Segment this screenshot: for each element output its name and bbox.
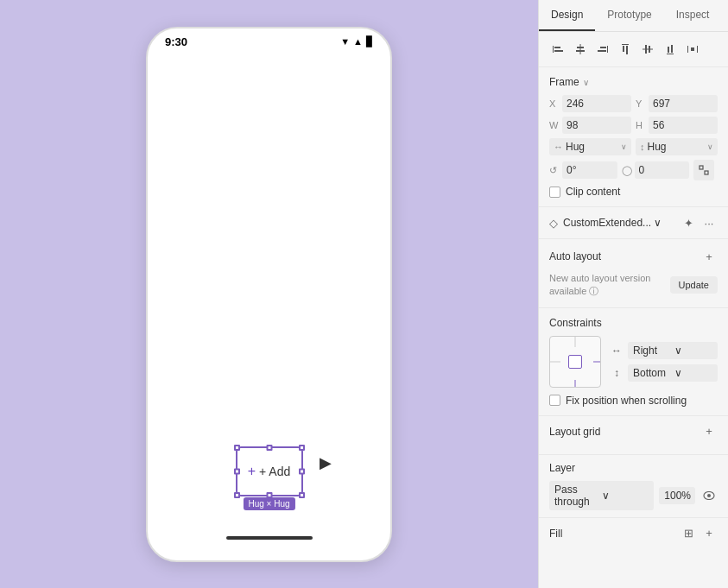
layout-grid-add-btn[interactable]: + [700,423,718,440]
svg-rect-13 [645,45,647,54]
auto-layout-note-container: New auto layout version available ⓘ [549,272,663,299]
clip-content-label: Clip content [566,186,620,198]
v-constraint-arrow: ∨ [674,367,712,379]
constraint-line-left [550,361,560,362]
y-field: Y [636,95,718,112]
right-panel: Design Prototype Inspect Frame [538,0,728,588]
align-right-btn[interactable] [592,39,613,60]
constraint-selects: ↔ Right ∨ ↕ Bottom ∨ [610,342,718,382]
x-input[interactable] [562,95,631,112]
svg-rect-10 [623,46,624,52]
hug-label: Hug × Hug [243,497,294,510]
auto-layout-note: New auto layout version available [549,273,650,296]
v-constraint-row: ↕ Bottom ∨ [610,364,718,382]
svg-rect-0 [553,46,554,53]
align-center-v-btn[interactable] [637,39,658,60]
opacity-input[interactable] [659,487,695,504]
h-constraint-row: ↔ Right ∨ [610,342,718,359]
svg-rect-11 [626,46,628,54]
layer-mode-dropdown[interactable]: Pass through ∨ [549,481,654,510]
frame-chevron: ∨ [583,78,589,87]
status-bar: 9:30 ▼ ▲ ▊ [148,28,390,55]
xy-fields: X Y [549,95,718,112]
h-input[interactable] [649,117,718,134]
layer-section: Layer Pass through ∨ [539,455,728,518]
svg-rect-21 [700,166,703,169]
svg-rect-8 [598,50,606,52]
hug-y-dropdown[interactable]: ↕ Hug ∨ [636,138,718,155]
constraints-section: Constraints ↔ Right ∨ [539,308,728,416]
w-input[interactable] [562,117,631,134]
constraint-line-bottom [575,380,576,387]
svg-rect-1 [554,47,560,48]
fix-position-checkbox[interactable] [549,395,560,406]
tab-inspect[interactable]: Inspect [664,0,722,31]
svg-rect-15 [667,54,674,54]
component-content: + + Add [248,464,291,479]
align-top-btn[interactable] [615,39,636,60]
fill-section: Fill ⊞ + [539,518,728,549]
selected-component[interactable]: + + Add Hug × Hug [236,446,303,496]
tab-prototype[interactable]: Prototype [595,0,663,31]
layer-mode-value: Pass through [554,484,602,508]
auto-layout-info: ⓘ [589,286,598,296]
v-constraint-dropdown[interactable]: Bottom ∨ [628,364,718,382]
phone-time: 9:30 [165,35,187,48]
svg-rect-12 [643,49,653,50]
clip-content-checkbox[interactable] [549,187,560,198]
fix-position-row: Fix position when scrolling [549,395,718,407]
clip-content-row: Clip content [549,186,718,198]
fill-grid-btn[interactable]: ⊞ [680,525,697,542]
constraints-title: Constraints [549,317,602,329]
distribute-btn[interactable] [682,39,703,60]
handle-tl[interactable] [234,445,240,451]
hug-x-dropdown[interactable]: ↔ Hug ∨ [549,138,631,155]
radius-label: ◯ [622,165,632,176]
w-label: W [549,120,560,130]
x-field: X [549,95,631,112]
rotation-field: ↺ [549,161,617,179]
align-left-btn[interactable] [548,39,568,60]
tab-design[interactable]: Design [539,0,595,31]
fill-add-btn[interactable]: + [700,525,718,542]
component-more-btn[interactable]: ··· [700,214,718,231]
layer-mode-arrow: ∨ [602,490,649,502]
rotation-input[interactable] [562,161,617,179]
layer-title: Layer [549,462,575,474]
handle-tm[interactable] [266,445,272,451]
expand-btn[interactable] [693,160,714,180]
h-constraint-value: Right [633,345,671,357]
y-input[interactable] [649,95,718,112]
layout-grid-header: Layout grid + [549,423,718,440]
component-target-btn[interactable]: ✦ [680,214,697,231]
align-center-h-btn[interactable] [570,39,591,60]
svg-rect-3 [580,44,581,54]
svg-rect-19 [697,46,698,53]
canvas: 9:30 ▼ ▲ ▊ + [0,0,538,588]
svg-rect-2 [554,50,563,52]
auto-layout-add-btn[interactable]: + [700,248,718,265]
svg-rect-20 [691,47,694,51]
layer-row: Pass through ∨ [549,481,718,510]
align-bottom-btn[interactable] [660,39,681,60]
radius-input[interactable] [635,161,690,179]
home-indicator [226,536,313,540]
constraints-widget: ↔ Right ∨ ↕ Bottom ∨ [549,336,718,388]
visibility-btn[interactable] [700,487,718,504]
svg-rect-5 [576,50,585,52]
auto-layout-update-btn[interactable]: Update [670,276,718,294]
handle-rm[interactable] [299,468,305,474]
v-constraint-icon: ↕ [610,367,624,379]
component-actions: ✦ ··· [680,214,718,231]
layout-grid-title: Layout grid [549,426,600,438]
h-field: H [636,117,718,134]
handle-bl[interactable] [234,492,240,498]
phone-status-icons: ▼ ▲ ▊ [340,36,373,47]
h-constraint-dropdown[interactable]: Right ∨ [628,342,718,359]
handle-tr[interactable] [299,445,305,451]
handle-br[interactable] [299,492,305,498]
component-box: + + Add Hug × Hug [236,446,303,496]
fill-header: Fill ⊞ + [549,525,718,542]
handle-lm[interactable] [234,468,240,474]
svg-rect-9 [622,44,629,45]
